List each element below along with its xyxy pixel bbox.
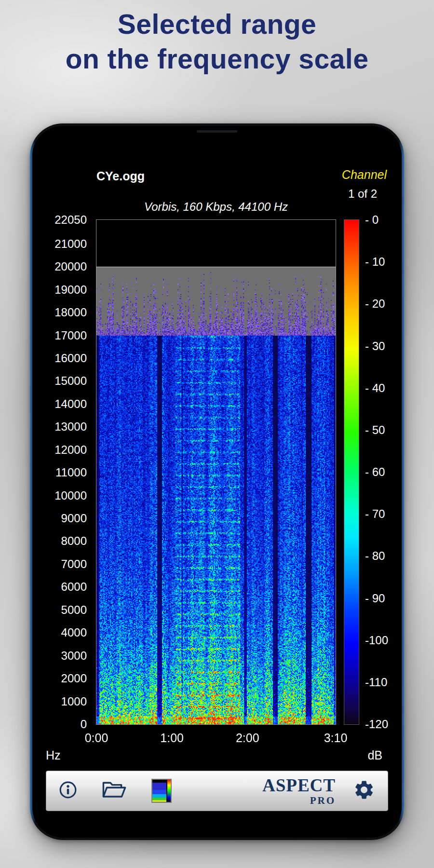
brand-sub: PRO xyxy=(310,796,336,806)
db-tick-label: - 30 xyxy=(365,339,385,353)
frequency-axis: 2205021000200001900018000170001600015000… xyxy=(32,220,92,724)
freq-tick-label: 6000 xyxy=(61,580,87,594)
freq-tick-label: 10000 xyxy=(54,489,87,502)
freq-tick-label: 20000 xyxy=(54,260,87,273)
open-folder-icon xyxy=(102,780,126,801)
phone-speaker xyxy=(197,130,237,133)
mini-spectrogram-icon xyxy=(152,780,166,802)
hz-unit-label: Hz xyxy=(46,748,61,762)
brand-logo: ASPECT PRO xyxy=(262,776,336,806)
freq-tick-label: 7000 xyxy=(61,557,87,571)
freq-tick-label: 17000 xyxy=(54,329,87,342)
db-tick-label: - 10 xyxy=(365,255,385,269)
freq-tick-label: 0 xyxy=(81,718,87,731)
freq-tick-label: 8000 xyxy=(61,534,87,548)
format-info: Vorbis, 160 Kbps, 44100 Hz xyxy=(96,200,336,214)
db-tick-label: - 60 xyxy=(365,465,385,479)
time-axis: 0:001:002:003:10 xyxy=(96,729,336,746)
open-file-button[interactable] xyxy=(102,780,126,801)
freq-tick-label: 11000 xyxy=(55,466,87,479)
info-icon xyxy=(59,781,77,801)
freq-tick-label: 12000 xyxy=(54,443,87,457)
db-tick-label: -110 xyxy=(365,676,387,689)
time-tick-label: 1:00 xyxy=(160,731,184,745)
page-title-line1: Selected range xyxy=(118,9,317,40)
colorbar-legend xyxy=(344,220,359,724)
db-tick-label: - 90 xyxy=(365,592,385,605)
settings-button[interactable] xyxy=(353,779,375,803)
freq-tick-label: 14000 xyxy=(54,397,87,411)
db-tick-label: -100 xyxy=(365,634,388,647)
spectrogram-canvas[interactable] xyxy=(96,220,336,724)
db-tick-label: -120 xyxy=(365,718,388,731)
freq-tick-label: 9000 xyxy=(61,512,87,525)
db-tick-label: - 0 xyxy=(365,213,379,227)
mini-colorbar-icon xyxy=(167,780,171,802)
db-axis: - 0- 10- 20- 30- 40- 50- 60- 70- 80- 90-… xyxy=(362,220,402,724)
marble-background: Selected range on the frequency scale CY… xyxy=(0,0,434,868)
info-button[interactable] xyxy=(59,781,77,801)
freq-tick-label: 3000 xyxy=(61,649,87,663)
toolbar: ASPECT PRO xyxy=(46,771,388,811)
freq-tick-label: 19000 xyxy=(54,283,87,297)
page-title: Selected range on the frequency scale xyxy=(0,7,434,77)
spectrogram-view-button[interactable] xyxy=(151,779,172,803)
time-tick-label: 3:10 xyxy=(324,731,348,745)
spectrogram-plot[interactable] xyxy=(96,220,336,724)
db-unit-label: dB xyxy=(367,748,382,762)
freq-tick-label: 5000 xyxy=(61,603,87,617)
db-tick-label: - 50 xyxy=(365,423,385,437)
app-screen: CYe.ogg Channel 1 of 2 Vorbis, 160 Kbps,… xyxy=(32,126,402,838)
freq-tick-label: 4000 xyxy=(61,626,87,639)
time-tick-label: 2:00 xyxy=(236,731,259,745)
db-tick-label: - 70 xyxy=(365,507,385,521)
db-tick-label: - 20 xyxy=(365,297,385,311)
freq-tick-label: 2000 xyxy=(61,672,87,685)
brand-name: ASPECT xyxy=(262,776,336,794)
channel-value[interactable]: 1 of 2 xyxy=(348,187,377,201)
freq-tick-label: 18000 xyxy=(54,306,87,319)
settings-gear-icon xyxy=(353,779,375,803)
freq-tick-label: 21000 xyxy=(54,237,87,251)
db-tick-label: - 40 xyxy=(365,381,385,395)
freq-tick-label: 22050 xyxy=(54,213,87,227)
freq-tick-label: 1000 xyxy=(61,695,87,708)
page-title-line2: on the frequency scale xyxy=(66,43,369,74)
freq-tick-label: 16000 xyxy=(54,352,87,365)
freq-tick-label: 13000 xyxy=(54,420,87,434)
db-tick-label: - 80 xyxy=(365,549,385,563)
channel-selector-label[interactable]: Channel xyxy=(342,168,387,182)
freq-tick-label: 15000 xyxy=(54,374,87,388)
time-tick-label: 0:00 xyxy=(85,731,108,745)
file-name: CYe.ogg xyxy=(96,169,145,183)
phone-frame: CYe.ogg Channel 1 of 2 Vorbis, 160 Kbps,… xyxy=(30,123,404,840)
